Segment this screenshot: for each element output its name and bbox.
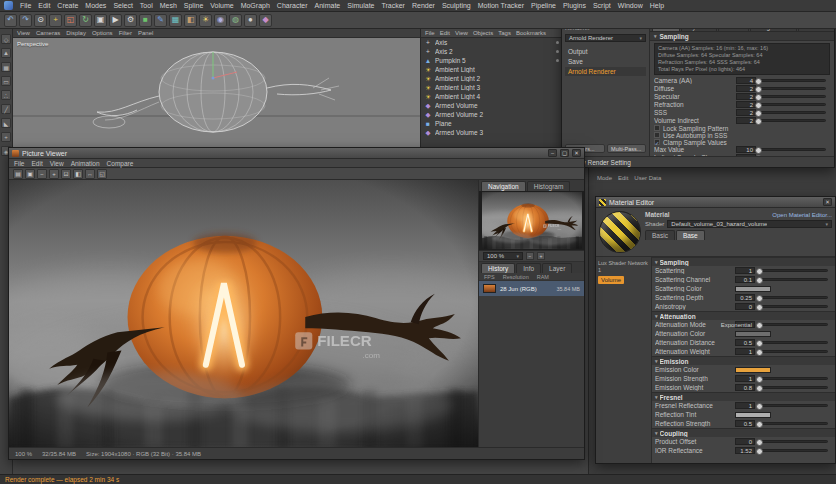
param-value-field[interactable]: 0.8: [735, 384, 755, 391]
shader-dropdown[interactable]: Default_volume_03_hazard_volume ▾: [667, 220, 832, 228]
param-slider[interactable]: [759, 148, 826, 151]
spline-pen-icon[interactable]: ✎: [154, 14, 167, 27]
param-slider[interactable]: [760, 341, 828, 344]
menu-item[interactable]: Motion Tracker: [478, 2, 524, 9]
editor-visibility-dot[interactable]: [556, 59, 559, 62]
param-value-field[interactable]: 0.25: [735, 294, 755, 301]
picture-viewer-menu-item[interactable]: File: [14, 160, 24, 167]
settings-tree-item[interactable]: Arnold Renderer: [565, 67, 646, 76]
object-name[interactable]: Axis: [435, 39, 553, 46]
material-icon[interactable]: ●: [244, 14, 257, 27]
param-slider[interactable]: [760, 422, 828, 425]
polygons-mode-icon[interactable]: ◣: [1, 118, 11, 128]
param-slider[interactable]: [760, 323, 828, 326]
material-tab[interactable]: Basic: [645, 230, 675, 240]
param-value-field[interactable]: Exponential: [735, 321, 755, 328]
param-slider[interactable]: [759, 79, 826, 82]
edges-mode-icon[interactable]: ╱: [1, 104, 11, 114]
points-mode-icon[interactable]: ∴: [1, 90, 11, 100]
object-name[interactable]: Plane: [435, 120, 563, 127]
checkbox[interactable]: [654, 125, 660, 131]
menu-item[interactable]: Character: [277, 2, 308, 9]
menu-item[interactable]: Create: [57, 2, 78, 9]
param-slider[interactable]: [760, 377, 828, 380]
render-settings-icon[interactable]: ⚙: [124, 14, 137, 27]
viewport-menu-item[interactable]: View: [17, 30, 30, 36]
menu-item[interactable]: Sculpting: [442, 2, 471, 9]
material-param-row[interactable]: ▾ Fresnel Reflectance 1: [652, 401, 835, 410]
settings-tree-item[interactable]: Output: [565, 47, 646, 56]
render-to-pv-icon[interactable]: ▶: [109, 14, 122, 27]
navigation-thumbnail[interactable]: [479, 191, 584, 251]
viewport-panel[interactable]: ViewCamerasDisplayOptionsFilterPanel Per…: [13, 29, 420, 147]
menu-item[interactable]: Tracker: [381, 2, 404, 9]
object-manager-menu-item[interactable]: Objects: [473, 30, 493, 36]
subdivision-surface-icon[interactable]: ▦: [169, 14, 182, 27]
zoom-in-icon[interactable]: +: [49, 169, 59, 179]
attribute-manager-menu-item[interactable]: Mode: [597, 175, 612, 181]
material-param-row[interactable]: ▾ Scattering Color: [652, 284, 835, 293]
object-name[interactable]: Ambient Light: [435, 66, 563, 73]
param-slider[interactable]: [760, 296, 828, 299]
menu-item[interactable]: MoGraph: [241, 2, 270, 9]
viewport-menu-item[interactable]: Display: [66, 30, 86, 36]
material-param-row[interactable]: ▾ Product Offset 0: [652, 437, 835, 446]
render-settings-button[interactable]: Multi-Pass...: [607, 144, 647, 153]
zoom-in-stepper[interactable]: +: [537, 252, 545, 260]
color-swatch[interactable]: [735, 367, 771, 373]
material-param-row[interactable]: ▾ IOR Reflectance 1.52: [652, 446, 835, 455]
selected-node-chip[interactable]: Volume: [598, 276, 624, 284]
editor-visibility-dot[interactable]: [556, 41, 559, 44]
material-param-row[interactable]: ▾ Coupling: [652, 428, 835, 437]
param-slider[interactable]: [759, 87, 826, 90]
settings-tree-item[interactable]: Save: [565, 57, 646, 66]
shader-network-label[interactable]: Lux Shader Network 1: [598, 260, 649, 273]
object-name[interactable]: Ambient Light 4: [435, 93, 563, 100]
param-slider[interactable]: [760, 269, 828, 272]
param-value-field[interactable]: 2: [736, 117, 756, 124]
object-name[interactable]: Pumpkin 5: [435, 57, 553, 64]
menu-item[interactable]: Tool: [140, 2, 153, 9]
extrude-icon[interactable]: ◧: [184, 14, 197, 27]
open-material-editor-link[interactable]: Open Material Editor...: [772, 212, 832, 218]
live-selection-icon[interactable]: ⊙: [34, 14, 47, 27]
material-param-row[interactable]: ▾ Fresnel: [652, 392, 835, 401]
menu-item[interactable]: Render: [412, 2, 435, 9]
menu-item[interactable]: Simulate: [347, 2, 374, 9]
material-param-row[interactable]: ▾ Scattering 1: [652, 266, 835, 275]
axis-mode-icon[interactable]: +: [1, 132, 11, 142]
material-param-row[interactable]: ▾ Reflection Strength 0.5: [652, 419, 835, 428]
save-image-icon[interactable]: ▣: [25, 169, 35, 179]
material-param-row[interactable]: ▾ Attenuation Color: [652, 329, 835, 338]
editor-visibility-dot[interactable]: [556, 50, 559, 53]
param-value-field[interactable]: 0.5: [735, 420, 755, 427]
rendered-image-area[interactable]: FILECR .com: [9, 180, 478, 447]
object-name[interactable]: Axis 2: [435, 48, 553, 55]
picture-viewer-menu-item[interactable]: Animation: [71, 160, 100, 167]
object-name[interactable]: Armed Volume 2: [435, 111, 563, 118]
viewport-menu-item[interactable]: Panel: [138, 30, 153, 36]
menu-item[interactable]: Mesh: [160, 2, 177, 9]
cube-primitive-icon[interactable]: ■: [139, 14, 152, 27]
material-tab[interactable]: Base: [676, 230, 705, 240]
render-image[interactable]: FILECR .com: [9, 180, 478, 447]
texture-mode-icon[interactable]: ▦: [1, 62, 11, 72]
zoom-out-icon[interactable]: −: [37, 169, 47, 179]
scale-icon[interactable]: ◱: [64, 14, 77, 27]
fit-image-icon[interactable]: ⊡: [61, 169, 71, 179]
attribute-manager-menu-item[interactable]: Edit: [618, 175, 628, 181]
param-value-field[interactable]: 0: [735, 303, 755, 310]
rotate-icon[interactable]: ↻: [79, 14, 92, 27]
viewport-menu-item[interactable]: Cameras: [36, 30, 60, 36]
param-slider[interactable]: [759, 111, 826, 114]
picture-viewer-menu-item[interactable]: View: [50, 160, 64, 167]
zoom-out-stepper[interactable]: −: [526, 252, 534, 260]
menu-item[interactable]: Script: [593, 2, 611, 9]
object-manager-menu-item[interactable]: Tags: [498, 30, 511, 36]
material-param-row[interactable]: ▾ Emission: [652, 356, 835, 365]
history-entry[interactable]: 28 Jun (RGB) 35.84 MB: [479, 281, 584, 296]
material-param-row[interactable]: ▾ Attenuation Weight 1: [652, 347, 835, 356]
checkbox[interactable]: ✓: [654, 139, 660, 145]
sidebar-tab[interactable]: Histogram: [527, 181, 571, 191]
picture-viewer-titlebar[interactable]: Picture Viewer – ▢ ✕: [9, 148, 584, 159]
